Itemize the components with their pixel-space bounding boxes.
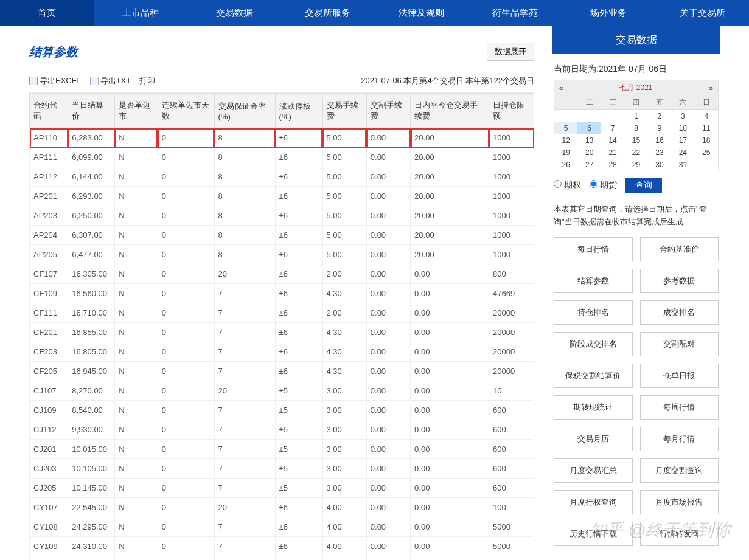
sidebar-link-button[interactable]: 每周行情 (640, 395, 719, 420)
calendar-day[interactable]: 25 (695, 147, 718, 159)
export-excel-link[interactable]: 导出EXCEL (29, 75, 82, 86)
table-cell: 0.00 (366, 323, 410, 342)
calendar-day[interactable]: 6 (577, 122, 601, 134)
calendar-prev[interactable]: « (559, 84, 563, 92)
table-row[interactable]: AP2036,250.00N08±65.000.0020.001000 (30, 206, 534, 226)
calendar-day[interactable]: 8 (624, 122, 647, 134)
table-cell: N (115, 264, 158, 284)
calendar-day[interactable]: 15 (624, 134, 647, 147)
table-row[interactable]: AP1116,099.00N08±65.000.0020.001000 (30, 148, 534, 167)
calendar-day[interactable]: 12 (554, 134, 577, 147)
sidebar-link-button[interactable]: 持仓排名 (554, 300, 633, 325)
calendar-next[interactable]: » (709, 84, 713, 92)
calendar-day[interactable]: 24 (671, 147, 694, 159)
futures-radio[interactable]: 期货 (590, 180, 617, 191)
sidebar-link-button[interactable]: 参考数据 (640, 269, 719, 293)
nav-item[interactable]: 交易数据 (187, 0, 281, 26)
sidebar-link-button[interactable]: 月度市场报告 (640, 490, 719, 514)
nav-item[interactable]: 关于交易所 (655, 0, 749, 26)
calendar-day[interactable]: 21 (601, 147, 624, 159)
sidebar-link-button[interactable]: 月度交割查询 (640, 458, 719, 483)
calendar-day[interactable]: 22 (624, 147, 647, 159)
nav-item[interactable]: 法律及规则 (375, 0, 469, 26)
table-row[interactable]: CY10722,545.00N020±64.000.000.00100 (30, 498, 534, 517)
sidebar-link-button[interactable]: 交易月历 (554, 427, 633, 451)
option-radio[interactable]: 期权 (554, 180, 581, 191)
table-cell: 0.00 (366, 342, 410, 362)
calendar-day[interactable]: 7 (601, 122, 624, 134)
calendar-day[interactable]: 29 (624, 159, 647, 171)
table-row[interactable]: AP2016,293.00N08±65.000.0020.001000 (30, 187, 534, 206)
table-row[interactable]: CF20316,805.00N07±64.300.000.0020000 (30, 342, 534, 362)
table-row[interactable]: CY10824,295.00N07±64.000.000.005000 (30, 517, 534, 537)
table-row[interactable]: AP2056,477.00N08±65.000.0020.001000 (30, 245, 534, 264)
table-row[interactable]: CJ20110,015.00N07±53.000.000.00600 (30, 440, 534, 459)
table-row[interactable]: AP2046,307.00N08±65.000.0020.001000 (30, 226, 534, 245)
table-cell: 7 (214, 440, 275, 459)
table-cell: 16,560.00 (68, 284, 115, 303)
table-cell: 0 (158, 245, 214, 264)
table-row[interactable]: AP1106,283.00N08±65.000.0020.001000 (30, 128, 534, 148)
export-txt-link[interactable]: 导出TXT (90, 75, 131, 86)
nav-item[interactable]: 交易所服务 (281, 0, 375, 26)
calendar-day[interactable]: 18 (695, 134, 718, 147)
calendar-day[interactable]: 10 (671, 122, 694, 134)
calendar-day[interactable]: 23 (648, 147, 671, 159)
calendar-day[interactable]: 11 (695, 122, 718, 134)
table-row[interactable]: CF11116,710.00N07±62.000.000.0020000 (30, 303, 534, 323)
nav-item[interactable]: 场外业务 (562, 0, 655, 26)
sidebar-link-button[interactable]: 保税交割结算价 (554, 364, 633, 388)
table-row[interactable]: CJ1078,270.00N020±53.000.000.0010 (30, 381, 534, 401)
nav-item[interactable]: 首页 (0, 0, 94, 26)
calendar-day[interactable]: 26 (554, 159, 577, 171)
nav-item[interactable]: 上市品种 (94, 0, 187, 26)
sidebar-link-button[interactable]: 月度交易汇总 (554, 458, 633, 483)
table-row[interactable]: CJ1098,540.00N07±53.000.000.00600 (30, 401, 534, 420)
table-cell: 0 (158, 401, 214, 420)
calendar-day[interactable]: 28 (601, 159, 624, 171)
expand-data-button[interactable]: 数据展开 (487, 43, 534, 61)
calendar-day[interactable]: 16 (648, 134, 671, 147)
calendar-day[interactable]: 20 (577, 147, 601, 159)
sidebar-link-button[interactable]: 合约基准价 (640, 237, 719, 261)
calendar-day[interactable]: 5 (554, 122, 577, 134)
calendar-day[interactable]: 4 (695, 110, 718, 123)
sidebar-link-button[interactable]: 月度行权查询 (554, 490, 633, 514)
calendar-day[interactable]: 1 (624, 110, 647, 123)
sidebar-link-button[interactable]: 阶段成交排名 (554, 332, 633, 356)
calendar-day[interactable]: 19 (554, 147, 577, 159)
calendar-day[interactable]: 17 (671, 134, 694, 147)
calendar-day[interactable]: 13 (577, 134, 601, 147)
table-row[interactable]: CF20516,945.00N07±64.300.000.0020000 (30, 362, 534, 381)
calendar-day[interactable]: 9 (648, 122, 671, 134)
sidebar-link-button[interactable]: 期转现统计 (554, 395, 633, 420)
sidebar-link-button[interactable]: 行情转发商 (640, 522, 719, 546)
calendar-day[interactable]: 14 (601, 134, 624, 147)
query-button[interactable]: 查询 (625, 178, 662, 193)
print-link[interactable]: 打印 (139, 75, 155, 86)
table-row[interactable]: CJ20310,105.00N07±53.000.000.00600 (30, 459, 534, 479)
sidebar-link-button[interactable]: 成交排名 (640, 300, 719, 325)
table-row[interactable]: CY10924,310.00N07±64.000.000.005000 (30, 537, 534, 556)
calendar-day[interactable]: 2 (648, 110, 671, 123)
calendar-day[interactable]: 27 (577, 159, 601, 171)
table-row[interactable]: AP1126,144.00N08±65.000.0020.001000 (30, 167, 534, 187)
table-row[interactable]: CF20116,855.00N07±64.300.000.0020000 (30, 323, 534, 342)
sidebar-link-button[interactable]: 交割配对 (640, 332, 719, 356)
table-row[interactable]: CY11023,805.00N07±124.000.000.005000 (30, 556, 534, 561)
table-row[interactable]: CJ1129,930.00N07±53.000.000.00600 (30, 420, 534, 440)
table-row[interactable]: CF10916,560.00N07±64.300.000.0047669 (30, 284, 534, 303)
nav-item[interactable]: 衍生品学苑 (468, 0, 562, 26)
sidebar-link-button[interactable]: 结算参数 (554, 269, 633, 293)
table-row[interactable]: CF10716,305.00N020±62.000.000.00800 (30, 264, 534, 284)
calendar-day[interactable]: 30 (648, 159, 671, 171)
calendar-day[interactable]: 3 (671, 110, 694, 123)
calendar-day[interactable]: 31 (671, 159, 694, 171)
sidebar-link-button[interactable]: 仓单日报 (640, 364, 719, 388)
sidebar-link-button[interactable]: 每日行情 (554, 237, 633, 261)
table-scroll[interactable]: 合约代码当日结算价是否单边市连续单边市天数交易保证金率(%)涨跌停板(%)交易手… (29, 93, 534, 560)
table-cell: 6,293.00 (68, 187, 115, 206)
sidebar-link-button[interactable]: 每月行情 (640, 427, 719, 451)
sidebar-link-button[interactable]: 历史行情下载 (554, 522, 633, 546)
table-row[interactable]: CJ20510,145.00N07±53.000.000.00600 (30, 479, 534, 498)
